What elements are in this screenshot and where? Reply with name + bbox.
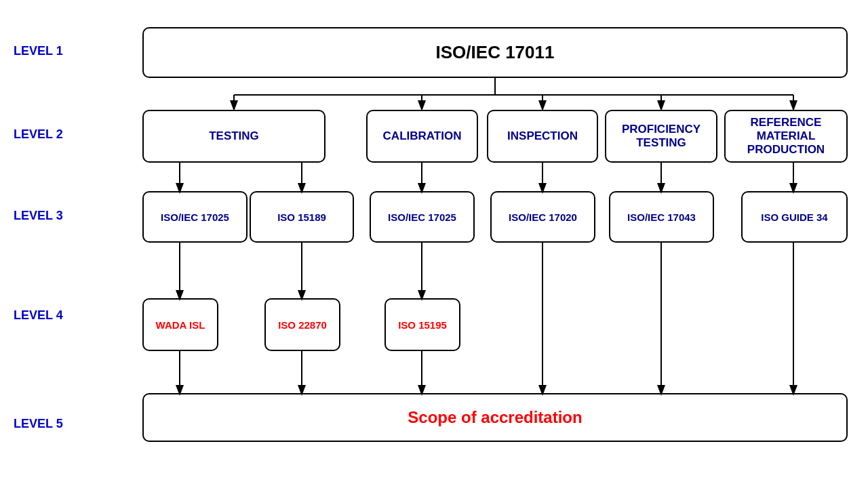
node-l3-5: ISO/IEC 17043 xyxy=(609,191,714,243)
node-scope: Scope of accreditation xyxy=(142,393,848,442)
node-l3-1: ISO/IEC 17025 xyxy=(142,191,248,243)
node-iso17011: ISO/IEC 17011 xyxy=(142,27,848,78)
node-l3-4: ISO/IEC 17020 xyxy=(490,191,595,243)
node-l3-3: ISO/IEC 17025 xyxy=(370,191,475,243)
node-calibration: CALIBRATION xyxy=(366,110,478,163)
level-2-label: LEVEL 2 xyxy=(14,127,63,142)
node-proficiency: PROFICIENCY TESTING xyxy=(605,110,717,163)
node-iso22870: ISO 22870 xyxy=(264,298,340,351)
node-wada: WADA ISL xyxy=(142,298,218,351)
node-l3-2: ISO 15189 xyxy=(250,191,354,243)
level-1-label: LEVEL 1 xyxy=(14,44,63,58)
node-inspection: INSPECTION xyxy=(487,110,598,163)
node-testing: TESTING xyxy=(142,110,326,163)
level-5-label: LEVEL 5 xyxy=(14,417,63,431)
level-4-label: LEVEL 4 xyxy=(14,308,63,323)
diagram: LEVEL 1 LEVEL 2 LEVEL 3 LEVEL 4 LEVEL 5 … xyxy=(0,0,868,488)
node-refmaterial: REFERENCE MATERIAL PRODUCTION xyxy=(724,110,848,163)
level-3-label: LEVEL 3 xyxy=(14,209,63,223)
node-l3-6: ISO GUIDE 34 xyxy=(741,191,848,243)
node-iso15195: ISO 15195 xyxy=(384,298,460,351)
